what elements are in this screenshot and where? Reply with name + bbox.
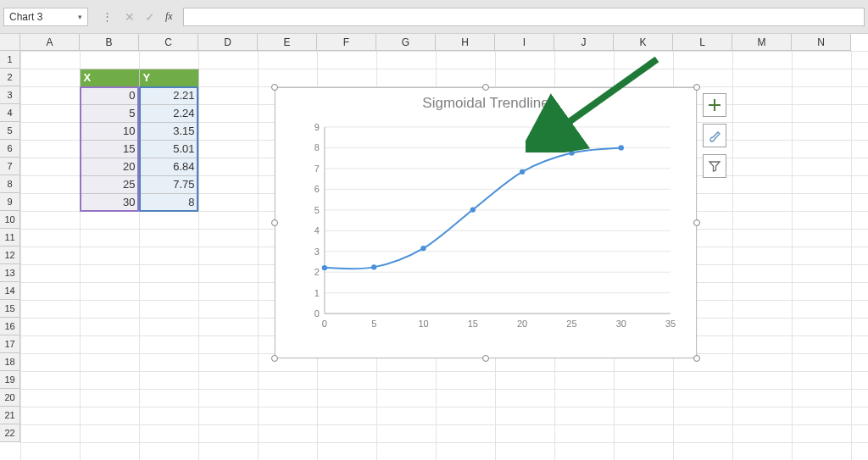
svg-text:1: 1 [314, 288, 320, 298]
svg-text:5: 5 [314, 205, 320, 215]
resize-handle[interactable] [271, 355, 278, 362]
table-header-x[interactable]: X [80, 69, 139, 86]
resize-handle[interactable] [693, 219, 700, 226]
svg-text:4: 4 [314, 225, 320, 236]
cell-y[interactable]: 7.75 [139, 175, 198, 193]
table-row: 206.84 [20, 158, 198, 175]
chart-side-buttons [703, 93, 726, 178]
column-header[interactable]: B [80, 34, 139, 51]
row-header[interactable]: 8 [0, 175, 20, 193]
column-header[interactable]: F [317, 34, 376, 51]
svg-text:7: 7 [314, 163, 320, 174]
chart-svg: 012345678905101520253035 [301, 122, 679, 332]
brush-icon [708, 129, 721, 142]
column-header[interactable]: E [258, 34, 317, 51]
column-header[interactable]: L [673, 34, 732, 51]
cell-y[interactable]: 6.84 [139, 158, 198, 175]
svg-text:10: 10 [418, 319, 428, 329]
svg-text:9: 9 [314, 122, 320, 132]
chevron-down-icon[interactable]: ▾ [78, 13, 82, 21]
column-header[interactable]: A [20, 34, 80, 51]
column-header[interactable]: I [495, 34, 554, 51]
resize-handle[interactable] [271, 219, 278, 226]
cell-x[interactable]: 0 [80, 86, 139, 104]
column-header[interactable]: J [554, 34, 614, 51]
row-header[interactable]: 11 [0, 229, 20, 247]
plot-area[interactable]: 012345678905101520253035 [301, 122, 679, 332]
cell-y[interactable]: 2.24 [139, 104, 198, 122]
column-header[interactable]: D [198, 34, 258, 51]
row-header[interactable]: 14 [0, 282, 20, 300]
column-header[interactable]: G [376, 34, 436, 51]
svg-text:0: 0 [314, 308, 320, 319]
cell-x[interactable]: 30 [80, 193, 139, 211]
resize-handle[interactable] [693, 355, 700, 362]
cell-x[interactable]: 5 [80, 104, 139, 122]
chart-styles-button[interactable] [703, 124, 726, 147]
select-all-corner[interactable] [0, 34, 20, 51]
row-header[interactable]: 18 [0, 353, 20, 371]
fx-label[interactable]: fx [165, 10, 173, 23]
svg-text:6: 6 [314, 184, 320, 194]
row-header[interactable]: 13 [0, 264, 20, 282]
row-header[interactable]: 17 [0, 335, 20, 353]
svg-text:15: 15 [468, 319, 478, 329]
row-header[interactable]: 21 [0, 407, 20, 424]
svg-text:0: 0 [322, 319, 327, 329]
resize-handle[interactable] [271, 84, 278, 91]
row-header[interactable]: 9 [0, 193, 20, 211]
row-header[interactable]: 6 [0, 140, 20, 158]
table-row: 308 [20, 193, 198, 211]
column-header[interactable]: M [732, 34, 792, 51]
chart-title[interactable]: Sigmoidal Trendline [275, 88, 696, 112]
row-header[interactable]: 10 [0, 211, 20, 229]
row-header[interactable]: 12 [0, 247, 20, 264]
row-header[interactable]: 1 [0, 51, 20, 69]
chart-filter-button[interactable] [703, 154, 726, 178]
chart-object[interactable]: Sigmoidal Trendline 01234567890510152025… [275, 87, 697, 358]
chart-elements-button[interactable] [703, 93, 726, 117]
row-header[interactable]: 22 [0, 424, 20, 442]
row-header[interactable]: 19 [0, 371, 20, 389]
row-header[interactable]: 15 [0, 300, 20, 318]
row-header[interactable]: 3 [0, 86, 20, 104]
resize-handle[interactable] [482, 84, 489, 91]
formula-bar-input[interactable] [183, 8, 865, 26]
cell-y[interactable]: 3.15 [139, 122, 198, 140]
cell-y[interactable]: 5.01 [139, 140, 198, 158]
svg-point-32 [420, 246, 426, 251]
cell-x[interactable]: 25 [80, 175, 139, 193]
cell-y[interactable]: 2.21 [139, 86, 198, 104]
row-header[interactable]: 2 [0, 69, 20, 86]
column-header[interactable]: H [436, 34, 495, 51]
row-header[interactable]: 20 [0, 389, 20, 407]
column-header[interactable]: C [139, 34, 198, 51]
svg-text:3: 3 [314, 247, 320, 257]
svg-point-33 [470, 207, 476, 212]
table-header-y[interactable]: Y [139, 69, 198, 86]
enter-check-icon[interactable]: ✓ [145, 10, 155, 24]
funnel-icon [708, 159, 721, 173]
row-header[interactable]: 16 [0, 318, 20, 335]
row-headers: 12345678910111213141516171819202122 [0, 51, 20, 442]
worksheet: ABCDEFGHIJKLMN 1234567891011121314151617… [0, 34, 868, 460]
row-header[interactable]: 5 [0, 122, 20, 140]
column-header[interactable]: K [614, 34, 673, 51]
cell-x[interactable]: 20 [80, 158, 139, 175]
formula-bar-strip: Chart 3 ▾ ⋮ ✕ ✓ fx [0, 0, 868, 34]
row-header[interactable]: 7 [0, 158, 20, 175]
row-header[interactable]: 4 [0, 104, 20, 122]
svg-text:35: 35 [665, 319, 676, 329]
cell-x[interactable]: 10 [80, 122, 139, 140]
table-row: 155.01 [20, 140, 198, 158]
name-box[interactable]: Chart 3 ▾ [3, 8, 88, 26]
resize-handle[interactable] [693, 84, 700, 91]
resize-handle[interactable] [482, 355, 489, 362]
cancel-x-icon[interactable]: ✕ [125, 10, 135, 24]
cell-y[interactable]: 8 [139, 193, 198, 211]
column-header[interactable]: N [792, 34, 851, 51]
table-row: 52.24 [20, 104, 198, 122]
svg-text:25: 25 [566, 319, 576, 329]
svg-text:2: 2 [314, 267, 320, 277]
cell-x[interactable]: 15 [80, 140, 139, 158]
